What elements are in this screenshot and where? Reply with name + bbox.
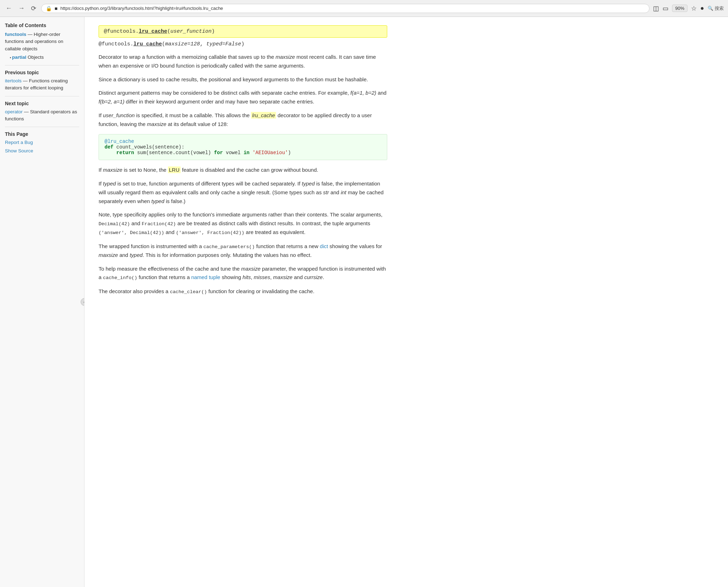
para-5: If maxsize is set to None, the LRU featu… (99, 166, 387, 175)
tuple-arg-2: ('answer', Fraction(42)) (176, 230, 244, 235)
para-6: If typed is set to true, function argume… (99, 179, 387, 206)
next-topic-item: operator — Standard operators as functio… (5, 108, 79, 123)
func-sig2-name: lru_cache (133, 41, 162, 47)
toc-item-functools: functools — Higher-order functions and o… (5, 31, 79, 52)
security-icon: 🔒 (46, 6, 52, 11)
code-keyword-return: return (117, 150, 134, 156)
star-icon[interactable]: ☆ (691, 5, 697, 12)
prev-topic-title: Previous topic (5, 70, 79, 75)
toc-title: Table of Contents (5, 23, 79, 28)
collapse-sidebar-button[interactable]: « (81, 298, 84, 306)
url-text: https://docs.python.org/3/library/functo… (60, 6, 645, 11)
para-2: Since a dictionary is used to cache resu… (99, 75, 387, 84)
para-9: To help measure the effectiveness of the… (99, 265, 387, 282)
para-4: If user_function is specified, it must b… (99, 111, 387, 129)
code-keyword-in: in (244, 150, 250, 156)
functools-link[interactable]: functools (5, 32, 26, 37)
decimal-42: Decimal(42) (99, 221, 130, 227)
func-highlight-box: @functools.lru_cache(user_function) (99, 25, 387, 38)
para-8: The wrapped function is instrumented wit… (99, 242, 387, 260)
divider-3 (5, 127, 79, 127)
para-10: The decorator also provides a cache_clea… (99, 287, 387, 296)
dict-link[interactable]: dict (320, 243, 328, 249)
back-button[interactable]: ← (4, 4, 13, 13)
forward-button[interactable]: → (17, 4, 26, 13)
func-name: lru_cache (139, 29, 167, 34)
operator-link[interactable]: operator (5, 109, 23, 114)
tuple-arg-1: ('answer', Decimal(42)) (99, 230, 164, 235)
toc-item-partial: partial Objects (5, 54, 79, 61)
search-button[interactable]: 🔍 搜索 (708, 5, 724, 12)
show-source-link[interactable]: Show Source (5, 148, 33, 153)
address-bar[interactable]: 🔒 ■ https://docs.python.org/3/library/fu… (41, 4, 649, 13)
func-sig2-params: (maxsize=128, typed=False) (162, 41, 244, 47)
show-source-item[interactable]: Show Source (5, 147, 79, 154)
sidebar: Table of Contents functools — Higher-ord… (0, 17, 84, 587)
page-layout: Table of Contents functools — Higher-ord… (0, 17, 728, 587)
para-1: Decorator to wrap a function with a memo… (99, 53, 387, 70)
func-param: (user_function) (167, 29, 215, 34)
browser-chrome: ← → ⟳ 🔒 ■ https://docs.python.org/3/libr… (0, 0, 728, 17)
code-block: @lru_cache def count_vowels(sentence): r… (99, 134, 387, 160)
func-at-prefix: @functools. (104, 29, 139, 34)
divider-1 (5, 65, 79, 65)
partial-link[interactable]: partial (12, 55, 26, 60)
search-icon: 🔍 (708, 6, 713, 11)
search-label: 搜索 (715, 5, 724, 12)
main-content: @functools.lru_cache(user_function) @fun… (84, 17, 401, 587)
this-page-title: This Page (5, 131, 79, 137)
qr-icon[interactable]: ◫ (653, 5, 659, 12)
para-7: Note, type specificity applies only to t… (99, 210, 387, 237)
lru-highlight-inline: LRU (168, 166, 181, 173)
cache-parameters-fn: cache_parameters() (203, 244, 255, 250)
prev-topic-item: itertools — Functions creating iterators… (5, 77, 79, 92)
cache-clear-fn: cache_clear() (170, 289, 207, 295)
cache-info-fn: cache_info() (103, 275, 137, 280)
lru-cache-highlight: lru_cache (251, 112, 276, 119)
itertools-link[interactable]: itertools (5, 78, 21, 83)
divider-2 (5, 96, 79, 96)
zoom-badge[interactable]: 90% (672, 5, 688, 12)
extension-icon[interactable]: ● (700, 5, 704, 12)
report-bug-item[interactable]: Report a Bug (5, 139, 79, 146)
named-tuple-link[interactable]: named tuple (191, 274, 220, 280)
func-sig-2: @functools.lru_cache(maxsize=128, typed=… (99, 41, 387, 47)
para-3: Distinct argument patterns may be consid… (99, 89, 387, 106)
functools-label: functools (5, 32, 26, 37)
sidebar-toggle-icon[interactable]: ▭ (663, 5, 669, 12)
fraction-42: Fraction(42) (142, 221, 176, 227)
shield-icon: ■ (55, 6, 57, 11)
partial-label: partial (12, 55, 26, 60)
func-sig2-at: @functools. (99, 41, 133, 47)
code-keyword-for: for (214, 150, 223, 156)
code-string: 'AEIOUaeiou' (252, 150, 288, 156)
code-line-1: @lru_cache (105, 139, 134, 144)
code-keyword-def: def (105, 144, 113, 150)
next-topic-title: Next topic (5, 101, 79, 106)
code-func-name: count_vowels(sentence): (113, 144, 184, 150)
reload-button[interactable]: ⟳ (30, 4, 38, 13)
report-bug-link[interactable]: Report a Bug (5, 140, 33, 145)
